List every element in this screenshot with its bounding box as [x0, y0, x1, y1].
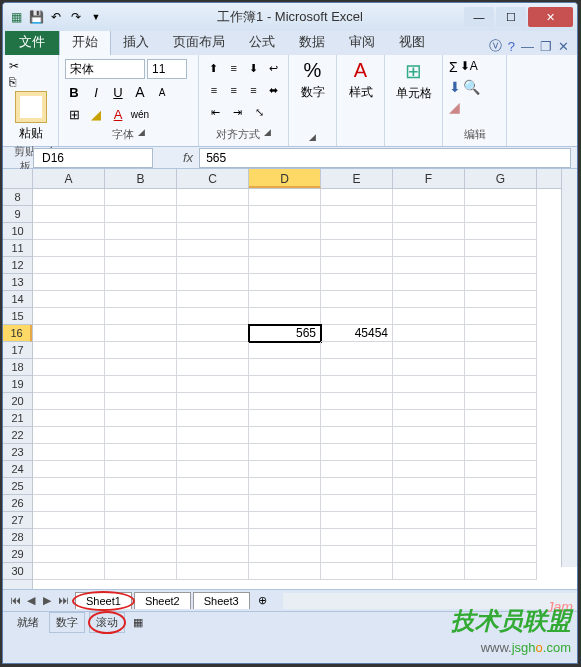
font-color-icon[interactable]: A: [109, 105, 127, 123]
column-header-B[interactable]: B: [105, 169, 177, 188]
cell-E28[interactable]: [321, 529, 393, 546]
cell-B26[interactable]: [105, 495, 177, 512]
cell-B20[interactable]: [105, 393, 177, 410]
row-header-27[interactable]: 27: [3, 512, 32, 529]
cell-C20[interactable]: [177, 393, 249, 410]
cell-F17[interactable]: [393, 342, 465, 359]
cell-D21[interactable]: [249, 410, 321, 427]
save-icon[interactable]: 💾: [27, 8, 45, 26]
cell-A16[interactable]: [33, 325, 105, 342]
cell-B18[interactable]: [105, 359, 177, 376]
cell-D16[interactable]: 565: [249, 325, 321, 342]
cell-C13[interactable]: [177, 274, 249, 291]
cell-D8[interactable]: [249, 189, 321, 206]
cell-A14[interactable]: [33, 291, 105, 308]
sheet-tab-2[interactable]: Sheet2: [134, 592, 191, 609]
cell-C8[interactable]: [177, 189, 249, 206]
cell-E26[interactable]: [321, 495, 393, 512]
cell-A19[interactable]: [33, 376, 105, 393]
borders-icon[interactable]: ⊞: [65, 105, 83, 123]
dialog-launcher-icon[interactable]: ◢: [309, 132, 316, 142]
cell-A22[interactable]: [33, 427, 105, 444]
cell-D26[interactable]: [249, 495, 321, 512]
cell-C27[interactable]: [177, 512, 249, 529]
row-header-12[interactable]: 12: [3, 257, 32, 274]
last-sheet-icon[interactable]: ⏭: [55, 594, 71, 607]
cell-D10[interactable]: [249, 223, 321, 240]
autosum-icon[interactable]: Σ: [449, 59, 458, 75]
cell-C25[interactable]: [177, 478, 249, 495]
cell-C21[interactable]: [177, 410, 249, 427]
name-box[interactable]: D16: [33, 148, 153, 168]
row-header-21[interactable]: 21: [3, 410, 32, 427]
sort-icon[interactable]: ⬇A: [460, 59, 478, 75]
cell-B19[interactable]: [105, 376, 177, 393]
row-header-9[interactable]: 9: [3, 206, 32, 223]
sheet-tab-1[interactable]: Sheet1: [75, 592, 132, 609]
align-bottom-icon[interactable]: ⬇: [245, 59, 263, 77]
cell-C18[interactable]: [177, 359, 249, 376]
first-sheet-icon[interactable]: ⏮: [7, 594, 23, 607]
cell-D27[interactable]: [249, 512, 321, 529]
copy-icon[interactable]: ⎘: [9, 75, 16, 89]
cell-G26[interactable]: [465, 495, 537, 512]
cell-C15[interactable]: [177, 308, 249, 325]
cell-E21[interactable]: [321, 410, 393, 427]
cell-B12[interactable]: [105, 257, 177, 274]
cell-G16[interactable]: [465, 325, 537, 342]
cell-B9[interactable]: [105, 206, 177, 223]
cell-C29[interactable]: [177, 546, 249, 563]
new-sheet-icon[interactable]: ⊕: [252, 594, 273, 607]
cell-G13[interactable]: [465, 274, 537, 291]
cell-C9[interactable]: [177, 206, 249, 223]
align-middle-icon[interactable]: ≡: [225, 59, 243, 77]
cell-D12[interactable]: [249, 257, 321, 274]
row-header-30[interactable]: 30: [3, 563, 32, 580]
cell-A24[interactable]: [33, 461, 105, 478]
cell-B27[interactable]: [105, 512, 177, 529]
cell-G17[interactable]: [465, 342, 537, 359]
row-header-13[interactable]: 13: [3, 274, 32, 291]
column-header-A[interactable]: A: [33, 169, 105, 188]
row-header-28[interactable]: 28: [3, 529, 32, 546]
column-header-E[interactable]: E: [321, 169, 393, 188]
tab-formulas[interactable]: 公式: [237, 29, 287, 55]
cell-F27[interactable]: [393, 512, 465, 529]
cell-A26[interactable]: [33, 495, 105, 512]
row-header-14[interactable]: 14: [3, 291, 32, 308]
cell-F11[interactable]: [393, 240, 465, 257]
row-header-29[interactable]: 29: [3, 546, 32, 563]
tab-insert[interactable]: 插入: [111, 29, 161, 55]
cell-B16[interactable]: [105, 325, 177, 342]
cell-D11[interactable]: [249, 240, 321, 257]
cell-F20[interactable]: [393, 393, 465, 410]
cell-B21[interactable]: [105, 410, 177, 427]
align-top-icon[interactable]: ⬆: [205, 59, 223, 77]
cell-D9[interactable]: [249, 206, 321, 223]
cell-B11[interactable]: [105, 240, 177, 257]
cell-C14[interactable]: [177, 291, 249, 308]
bold-button[interactable]: B: [65, 83, 83, 101]
cell-F22[interactable]: [393, 427, 465, 444]
cell-E11[interactable]: [321, 240, 393, 257]
cell-E30[interactable]: [321, 563, 393, 580]
cell-G24[interactable]: [465, 461, 537, 478]
tab-data[interactable]: 数据: [287, 29, 337, 55]
tab-review[interactable]: 审阅: [337, 29, 387, 55]
cell-G20[interactable]: [465, 393, 537, 410]
align-left-icon[interactable]: ≡: [205, 81, 223, 99]
cell-B24[interactable]: [105, 461, 177, 478]
cell-A29[interactable]: [33, 546, 105, 563]
cell-E22[interactable]: [321, 427, 393, 444]
row-header-8[interactable]: 8: [3, 189, 32, 206]
cell-B8[interactable]: [105, 189, 177, 206]
cell-B28[interactable]: [105, 529, 177, 546]
cell-E14[interactable]: [321, 291, 393, 308]
cell-C28[interactable]: [177, 529, 249, 546]
align-right-icon[interactable]: ≡: [245, 81, 263, 99]
cell-E25[interactable]: [321, 478, 393, 495]
tab-view[interactable]: 视图: [387, 29, 437, 55]
row-header-24[interactable]: 24: [3, 461, 32, 478]
cell-A17[interactable]: [33, 342, 105, 359]
cell-F30[interactable]: [393, 563, 465, 580]
